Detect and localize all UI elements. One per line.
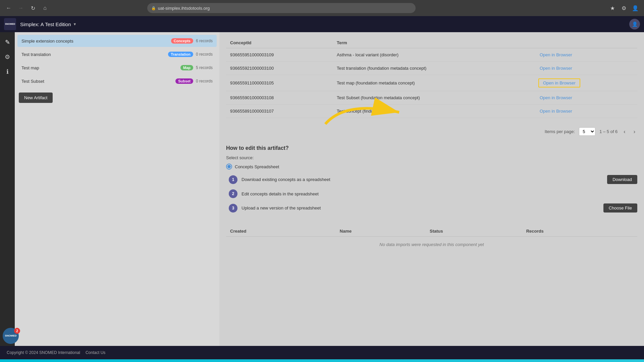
table-row: 936655901000003108 Test Subset (foundati… bbox=[226, 91, 637, 105]
step-row-1: 1 Download existing concepts as a spread… bbox=[229, 175, 637, 184]
right-panel: ConceptId Term 936655951000003109 Asthma… bbox=[219, 32, 644, 346]
table-row: 936655891000003107 Test concept (finding… bbox=[226, 105, 637, 118]
artifact-name-2: Test map bbox=[21, 65, 178, 70]
concept-id-cell: 936655891000003107 bbox=[226, 105, 333, 118]
artifact-item-1[interactable]: Test translation Translation 0 records bbox=[17, 48, 217, 60]
reload-button[interactable]: ↻ bbox=[28, 3, 38, 13]
bookmark-button[interactable]: ★ bbox=[608, 3, 617, 13]
import-col-created: Created bbox=[226, 226, 336, 237]
bottom-bar: Copyright © 2024 SNOMED International Co… bbox=[0, 346, 644, 359]
term-cell: Test concept (finding) bbox=[333, 105, 534, 118]
choose-file-button[interactable]: Choose File bbox=[603, 203, 637, 213]
import-table: Created Name Status Records No data impo… bbox=[226, 226, 637, 252]
action-cell: Open in Browser bbox=[534, 91, 637, 105]
radio-circle bbox=[226, 164, 232, 170]
avatar-text: SNOMED bbox=[5, 334, 16, 338]
artifact-item-0[interactable]: Simple extension concepts Concepts 6 rec… bbox=[17, 35, 217, 47]
select-source-label: Select source: bbox=[226, 155, 637, 160]
left-panel: Simple extension concepts Concepts 6 rec… bbox=[15, 32, 219, 346]
avatar-container: SNOMED 2 bbox=[3, 328, 20, 345]
import-col-records: Records bbox=[522, 226, 637, 237]
source-option-label: Concepts Spreadsheet bbox=[235, 164, 279, 169]
step-text-1: Download existing concepts as a spreadsh… bbox=[241, 177, 603, 182]
artifact-item-3[interactable]: Test Subset Subset 0 records bbox=[17, 75, 217, 87]
info-icon-btn[interactable]: ℹ bbox=[1, 66, 13, 78]
open-in-browser-btn-highlighted[interactable]: Open in Browser bbox=[538, 78, 580, 87]
user-avatar-nav[interactable]: 👤 bbox=[629, 19, 640, 29]
table-section: ConceptId Term 936655951000003109 Asthma… bbox=[219, 32, 644, 123]
step-number-2: 2 bbox=[229, 189, 237, 198]
extensions-button[interactable]: ⚙ bbox=[619, 3, 629, 13]
table-row: 936655951000003109 Asthma - local varian… bbox=[226, 48, 637, 62]
import-col-status: Status bbox=[426, 226, 522, 237]
col-actions bbox=[534, 38, 637, 48]
prev-page-btn[interactable]: ‹ bbox=[622, 128, 627, 135]
contact-link[interactable]: Contact Us bbox=[86, 350, 105, 355]
open-in-browser-btn-3[interactable]: Open in Browser bbox=[538, 95, 574, 101]
forward-button[interactable]: → bbox=[16, 3, 25, 13]
artifact-count-3: 0 records bbox=[196, 79, 213, 83]
new-artifact-button[interactable]: New Artifact bbox=[19, 93, 53, 103]
page-info: 1 – 5 of 6 bbox=[599, 129, 618, 134]
settings-icon-btn[interactable]: ⚙ bbox=[1, 51, 13, 63]
profile-button[interactable]: 👤 bbox=[631, 3, 640, 13]
step-text-2: Edit concepts details in the spreadsheet bbox=[241, 191, 637, 196]
artifact-badge-2: Map bbox=[180, 65, 193, 70]
copyright-text: Copyright © 2024 SNOMED International bbox=[7, 350, 80, 355]
items-per-page-label: Items per page: bbox=[545, 129, 575, 134]
term-cell: Test map (foundation metadata concept) bbox=[333, 75, 534, 91]
artifact-name-1: Test translation bbox=[21, 52, 165, 57]
artifact-name-3: Test Subset bbox=[21, 79, 173, 84]
artifact-item-2[interactable]: Test map Map 5 records bbox=[17, 62, 217, 74]
home-button[interactable]: ⌂ bbox=[40, 3, 50, 13]
source-radio-option[interactable]: Concepts Spreadsheet bbox=[226, 164, 637, 170]
sidebar-icons: ✎ ⚙ ℹ bbox=[0, 32, 15, 346]
col-concept-id: ConceptId bbox=[226, 38, 333, 48]
action-cell: Open in Browser bbox=[534, 105, 637, 118]
title-dropdown-arrow[interactable]: ▼ bbox=[73, 22, 76, 26]
bottom-teal-bar bbox=[0, 359, 644, 362]
edit-title: How to edit this artifact? bbox=[226, 145, 637, 151]
term-cell: Test Subset (foundation metadata concept… bbox=[333, 91, 534, 105]
step-number-1: 1 bbox=[229, 175, 237, 184]
artifact-name-0: Simple extension concepts bbox=[21, 39, 168, 44]
artifact-count-0: 6 records bbox=[196, 39, 213, 43]
next-page-btn[interactable]: › bbox=[632, 128, 637, 135]
action-cell-highlighted: Open in Browser bbox=[534, 75, 637, 91]
action-cell: Open in Browser bbox=[534, 62, 637, 75]
edit-section: How to edit this artifact? Select source… bbox=[219, 140, 644, 226]
step-text-3: Upload a new version of the spreadsheet bbox=[241, 205, 599, 210]
term-cell: Test translation (foundation metadata co… bbox=[333, 62, 534, 75]
steps-container: 1 Download existing concepts as a spread… bbox=[226, 175, 637, 213]
concept-id-cell: 936655951000003109 bbox=[226, 48, 333, 62]
artifact-count-2: 5 records bbox=[196, 65, 213, 70]
open-in-browser-btn-4[interactable]: Open in Browser bbox=[538, 108, 574, 114]
import-section: Created Name Status Records No data impo… bbox=[219, 226, 644, 258]
import-col-name: Name bbox=[336, 226, 426, 237]
concept-id-cell: 936655921000003100 bbox=[226, 62, 333, 75]
import-empty-row: No data imports were requested in this c… bbox=[226, 237, 637, 253]
import-empty-message: No data imports were requested in this c… bbox=[226, 237, 637, 253]
lock-icon: 🔒 bbox=[151, 6, 156, 10]
items-per-page-select[interactable]: 5 10 25 50 bbox=[579, 127, 595, 136]
browser-actions: ★ ⚙ 👤 bbox=[608, 3, 640, 13]
edit-icon-btn[interactable]: ✎ bbox=[1, 36, 13, 48]
concept-id-cell: 936655901000003108 bbox=[226, 91, 333, 105]
address-bar[interactable]: 🔒 uat-simplex.ihtsdotools.org bbox=[147, 3, 416, 13]
action-cell: Open in Browser bbox=[534, 48, 637, 62]
back-button[interactable]: ← bbox=[4, 3, 13, 13]
table-row: 936655911000003105 Test map (foundation … bbox=[226, 75, 637, 91]
app-container: SNOMED Simplex: A Test Edition ▼ 👤 ✎ ⚙ ℹ… bbox=[0, 16, 644, 362]
open-in-browser-btn-1[interactable]: Open in Browser bbox=[538, 65, 574, 71]
main-content: ✎ ⚙ ℹ Simple extension concepts Concepts… bbox=[0, 32, 644, 346]
artifact-badge-3: Subset bbox=[175, 78, 193, 84]
step-number-3: 3 bbox=[229, 204, 237, 213]
avatar-badge: 2 bbox=[14, 328, 20, 334]
concept-id-cell: 936655911000003105 bbox=[226, 75, 333, 91]
browser-chrome: ← → ↻ ⌂ 🔒 uat-simplex.ihtsdotools.org ★ … bbox=[0, 0, 644, 16]
download-button[interactable]: Download bbox=[607, 175, 637, 184]
url-text: uat-simplex.ihtsdotools.org bbox=[158, 6, 210, 11]
pagination-row: Items per page: 5 10 25 50 1 – 5 of 6 ‹ … bbox=[219, 123, 644, 140]
open-in-browser-btn-0[interactable]: Open in Browser bbox=[538, 52, 574, 58]
step-row-3: 3 Upload a new version of the spreadshee… bbox=[229, 203, 637, 213]
